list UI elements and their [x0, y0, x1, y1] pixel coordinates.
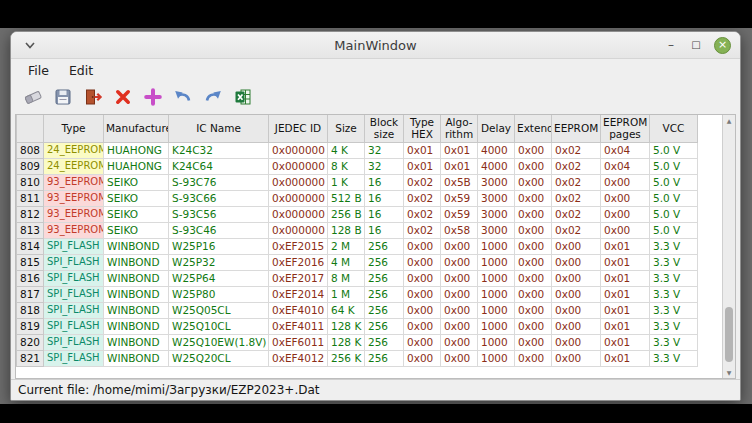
- export-excel-button[interactable]: [231, 85, 255, 109]
- cell-eeprom[interactable]: 0x00: [552, 270, 601, 286]
- cell-jedec_id[interactable]: 0x000000: [269, 174, 328, 190]
- scroll-up-icon[interactable]: ▲: [723, 117, 735, 124]
- exit-button[interactable]: [81, 85, 105, 109]
- cell-type_hex[interactable]: 0x00: [404, 238, 441, 254]
- cell-vcc[interactable]: 3.3 V: [650, 318, 698, 334]
- cell-manufacture[interactable]: WINBOND: [104, 286, 169, 302]
- cell-size[interactable]: 256 K: [328, 350, 365, 366]
- cell-block_size[interactable]: 256: [365, 254, 404, 270]
- cell-ic_name[interactable]: W25P64: [169, 270, 269, 286]
- cell-row_number[interactable]: 821: [17, 350, 44, 366]
- cell-eeprom_pages[interactable]: 0x00: [601, 190, 650, 206]
- cell-manufacture[interactable]: HUAHONG: [104, 158, 169, 174]
- cell-type_hex[interactable]: 0x00: [404, 254, 441, 270]
- cell-ic_name[interactable]: S-93C66: [169, 190, 269, 206]
- cell-size[interactable]: 128 K: [328, 318, 365, 334]
- cell-algorithm[interactable]: 0x00: [441, 286, 478, 302]
- cell-jedec_id[interactable]: 0x000000: [269, 222, 328, 238]
- cell-manufacture[interactable]: SEIKO: [104, 190, 169, 206]
- cell-vcc[interactable]: 3.3 V: [650, 350, 698, 366]
- cell-vcc[interactable]: 3.3 V: [650, 302, 698, 318]
- cell-jedec_id[interactable]: 0x000000: [269, 158, 328, 174]
- cell-extend[interactable]: 0x00: [515, 254, 552, 270]
- cell-ic_name[interactable]: K24C32: [169, 142, 269, 158]
- cell-vcc[interactable]: 3.3 V: [650, 286, 698, 302]
- cell-delay[interactable]: 1000: [478, 254, 515, 270]
- cell-eeprom_pages[interactable]: 0x01: [601, 302, 650, 318]
- cell-type_hex[interactable]: 0x00: [404, 286, 441, 302]
- cell-vcc[interactable]: 3.3 V: [650, 334, 698, 350]
- cell-eeprom_pages[interactable]: 0x00: [601, 206, 650, 222]
- close-button[interactable]: ×: [714, 37, 731, 54]
- table-row[interactable]: 820SPI_FLASHWINBONDW25Q10EW(1.8V)0xEF601…: [17, 334, 698, 350]
- cell-type[interactable]: SPI_FLASH: [44, 318, 104, 334]
- cell-eeprom_pages[interactable]: 0x01: [601, 334, 650, 350]
- cell-block_size[interactable]: 256: [365, 318, 404, 334]
- cell-block_size[interactable]: 256: [365, 286, 404, 302]
- column-header-jedec_id[interactable]: JEDEC ID: [269, 115, 328, 142]
- cell-row_number[interactable]: 820: [17, 334, 44, 350]
- cell-manufacture[interactable]: WINBOND: [104, 270, 169, 286]
- cell-algorithm[interactable]: 0x59: [441, 190, 478, 206]
- cell-eeprom[interactable]: 0x02: [552, 222, 601, 238]
- column-header-extend[interactable]: Extend: [515, 115, 552, 142]
- column-header-eeprom_pages[interactable]: EEPROM pages: [601, 115, 650, 142]
- cell-type[interactable]: SPI_FLASH: [44, 334, 104, 350]
- cell-type[interactable]: 93_EEPROM: [44, 206, 104, 222]
- cell-eeprom[interactable]: 0x00: [552, 334, 601, 350]
- add-button[interactable]: [141, 85, 165, 109]
- cell-type[interactable]: 93_EEPROM: [44, 222, 104, 238]
- table-row[interactable]: 815SPI_FLASHWINBONDW25P320xEF20164 M2560…: [17, 254, 698, 270]
- cell-type[interactable]: SPI_FLASH: [44, 350, 104, 366]
- cell-block_size[interactable]: 256: [365, 350, 404, 366]
- cell-manufacture[interactable]: WINBOND: [104, 254, 169, 270]
- table-row[interactable]: 81293_EEPROMSEIKOS-93C560x000000256 B160…: [17, 206, 698, 222]
- cell-ic_name[interactable]: S-93C56: [169, 206, 269, 222]
- cell-algorithm[interactable]: 0x58: [441, 222, 478, 238]
- cell-size[interactable]: 1 M: [328, 286, 365, 302]
- column-header-manufacture[interactable]: Manufacture: [104, 115, 169, 142]
- cell-row_number[interactable]: 819: [17, 318, 44, 334]
- cell-ic_name[interactable]: W25P32: [169, 254, 269, 270]
- cell-eeprom[interactable]: 0x00: [552, 254, 601, 270]
- cell-row_number[interactable]: 818: [17, 302, 44, 318]
- table-row[interactable]: 819SPI_FLASHWINBONDW25Q10CL0xEF4011128 K…: [17, 318, 698, 334]
- cell-algorithm[interactable]: 0x00: [441, 254, 478, 270]
- cell-row_number[interactable]: 814: [17, 238, 44, 254]
- cell-algorithm[interactable]: 0x01: [441, 158, 478, 174]
- menu-edit[interactable]: Edit: [60, 61, 102, 80]
- cell-eeprom_pages[interactable]: 0x04: [601, 142, 650, 158]
- cell-vcc[interactable]: 5.0 V: [650, 142, 698, 158]
- cell-size[interactable]: 256 B: [328, 206, 365, 222]
- cell-row_number[interactable]: 809: [17, 158, 44, 174]
- cell-ic_name[interactable]: W25Q05CL: [169, 302, 269, 318]
- cell-algorithm[interactable]: 0x00: [441, 334, 478, 350]
- cell-type[interactable]: 93_EEPROM: [44, 190, 104, 206]
- cell-type_hex[interactable]: 0x02: [404, 174, 441, 190]
- cell-type_hex[interactable]: 0x02: [404, 222, 441, 238]
- cell-type[interactable]: SPI_FLASH: [44, 286, 104, 302]
- cell-eeprom_pages[interactable]: 0x01: [601, 238, 650, 254]
- cell-extend[interactable]: 0x00: [515, 270, 552, 286]
- cell-type_hex[interactable]: 0x00: [404, 270, 441, 286]
- cell-manufacture[interactable]: SEIKO: [104, 222, 169, 238]
- cell-ic_name[interactable]: S-93C76: [169, 174, 269, 190]
- cell-block_size[interactable]: 32: [365, 158, 404, 174]
- cell-jedec_id[interactable]: 0x000000: [269, 190, 328, 206]
- window-menu-button[interactable]: [23, 38, 37, 52]
- cell-jedec_id[interactable]: 0xEF4012: [269, 350, 328, 366]
- cell-type[interactable]: 24_EEPROM: [44, 142, 104, 158]
- cell-algorithm[interactable]: 0x00: [441, 270, 478, 286]
- cell-eeprom_pages[interactable]: 0x01: [601, 350, 650, 366]
- cell-block_size[interactable]: 256: [365, 238, 404, 254]
- table-row[interactable]: 814SPI_FLASHWINBONDW25P160xEF20152 M2560…: [17, 238, 698, 254]
- cell-eeprom[interactable]: 0x02: [552, 190, 601, 206]
- cell-eeprom_pages[interactable]: 0x01: [601, 270, 650, 286]
- cell-algorithm[interactable]: 0x01: [441, 142, 478, 158]
- minimize-button[interactable]: –: [664, 38, 678, 52]
- cell-delay[interactable]: 1000: [478, 334, 515, 350]
- cell-block_size[interactable]: 256: [365, 302, 404, 318]
- cell-eeprom[interactable]: 0x00: [552, 286, 601, 302]
- cell-delay[interactable]: 3000: [478, 190, 515, 206]
- cell-manufacture[interactable]: SEIKO: [104, 206, 169, 222]
